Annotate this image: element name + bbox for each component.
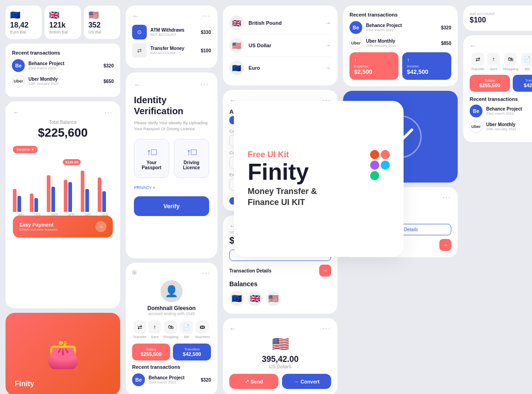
- gbp-amount: 121k: [49, 21, 76, 29]
- figma-dot-purple: [370, 161, 379, 170]
- col4-behance-info: Behance Project 23rd march 2021: [366, 23, 438, 32]
- right-tx-uber[interactable]: Uber Uber Monthly 10th January 2021 $650: [470, 120, 532, 133]
- income-badge[interactable]: Income ▾: [13, 146, 38, 153]
- profile-account: account ending with 1545: [132, 311, 211, 316]
- gbp-mini-card[interactable]: 🇬🇧 121k British Bal: [44, 6, 81, 39]
- right-uber-icon: Uber: [470, 120, 482, 133]
- balance-dots-btn[interactable]: ···: [105, 109, 113, 116]
- right-recent-tx-title: Recent transactions: [470, 96, 532, 102]
- atm-icon: ⊙: [132, 25, 147, 39]
- right-salary-label: Salary: [473, 78, 506, 83]
- send-button[interactable]: ↗ Send: [229, 374, 278, 389]
- identity-back-btn[interactable]: ←: [134, 81, 141, 89]
- us-dollar-item[interactable]: 🇺🇸 US Dollar →: [229, 34, 331, 57]
- expense-arrow-icon: ↑: [354, 57, 394, 63]
- british-pound-item[interactable]: 🇬🇧 British Pound →: [229, 12, 331, 34]
- promo-subtitle: Money Transfer &Finance UI KIT: [248, 186, 362, 208]
- profile-dots-btn[interactable]: ···: [202, 269, 211, 277]
- verify-button[interactable]: Verify: [134, 196, 209, 216]
- col4-tx-behance[interactable]: Be Behance Project 23rd march 2021 $320: [349, 21, 451, 34]
- chart-label-apr: APR: [64, 213, 79, 216]
- qa-sent[interactable]: ↑ Sent: [148, 321, 161, 339]
- privacy-link[interactable]: PRIVACY »: [134, 185, 209, 190]
- euro-mini-card[interactable]: 🇪🇺 18,42 Euro Bal: [6, 6, 42, 39]
- right-qa-transfer[interactable]: ⇄ Transfer: [471, 53, 485, 71]
- col4-uber-name: Uber Monthly: [366, 39, 438, 44]
- gbp-flag-box: 🇬🇧: [229, 16, 244, 30]
- qa-transfer[interactable]: ⇄ Transfer: [133, 321, 147, 339]
- income-box: ↑ Income $42,500: [402, 52, 451, 80]
- right-tx-behance[interactable]: Be Behance Project 23rd march 2021 $320: [470, 105, 532, 117]
- convert-button[interactable]: → Convert: [282, 374, 331, 389]
- send-convert-row: ↗ Send → Convert: [229, 374, 331, 389]
- figma-dot-blue: [381, 161, 390, 170]
- balance-back-btn[interactable]: ←: [13, 109, 19, 116]
- profile-name: Domhnall Gleeson: [132, 305, 211, 311]
- usd-screen-back-btn[interactable]: ←: [229, 325, 237, 333]
- profile-recent-tx-title: Recent transactions: [132, 364, 211, 370]
- chart-label-may: MAY: [81, 213, 96, 216]
- tx-details-arrow-icon[interactable]: →: [319, 265, 331, 277]
- profile-tx-behance[interactable]: Be Behance Project 23rd march 2021 $320: [132, 373, 211, 386]
- top-mini-cards-row: 🇪🇺 18,42 Euro Bal 🇬🇧 121k British Bal 🇺🇸…: [6, 6, 120, 39]
- right-qa-sent[interactable]: ↑ Sent: [487, 53, 500, 71]
- transfers-amount: $42,500: [177, 351, 207, 357]
- usd-mini-card[interactable]: 🇺🇸 352 US Bal: [84, 6, 120, 39]
- transfer-account: INR ACCOUNT: [150, 51, 197, 55]
- usd-screen-dots-btn[interactable]: ···: [322, 325, 331, 333]
- balance-flags-row: 🇪🇺 🇬🇧 🇺🇸: [229, 291, 331, 307]
- total-amount: $225,600: [13, 126, 113, 140]
- quick-actions-row: ⇄ Transfer ↑ Sent 🛍 Shopping 📄 Bill 🎟: [132, 321, 211, 339]
- right-behance-info: Behance Project 23rd march 2021: [486, 106, 532, 116]
- behance-name-1: Behance Project: [28, 61, 100, 66]
- col4-uber-date: 10th January 2021: [366, 44, 438, 48]
- profile-card: ⊞ ··· 👤 Domhnall Gleeson account ending …: [126, 263, 217, 394]
- right-uber-info: Uber Monthly 10th January 2021: [486, 122, 532, 131]
- right-qa-shopping[interactable]: 🛍 Shopping: [503, 53, 518, 71]
- uber-info-1: Uber Monthly 10th January 2021: [28, 77, 100, 86]
- right-back-btn[interactable]: ←: [470, 42, 477, 50]
- right-shopping-label: Shopping: [503, 67, 518, 71]
- col4-recent-tx-title: Recent transactions: [349, 12, 451, 17]
- euro-amount: 18,42: [10, 21, 37, 29]
- col4-behance-name: Behance Project: [366, 23, 438, 28]
- vouchers-qa-label: Vouchers: [195, 335, 210, 339]
- transfer-row[interactable]: ⇄ Transfer Money INR ACCOUNT $100: [132, 43, 211, 58]
- salary-badge: Salary $255,500: [132, 344, 170, 361]
- income-badge-label: Income: [17, 147, 30, 152]
- chart-label-jan: JAN: [13, 213, 28, 216]
- income-arrow-icon: ↑: [407, 57, 447, 63]
- atm-dots-btn[interactable]: ···: [202, 12, 211, 20]
- usd-arrow-icon: →: [325, 42, 331, 49]
- easy-payment-banner[interactable]: Easy Payment Check out new features →: [13, 216, 113, 238]
- euro-item[interactable]: 🇪🇺 Euro →: [229, 57, 331, 79]
- qa-shopping[interactable]: 🛍 Shopping: [163, 321, 178, 339]
- atm-back-btn[interactable]: ←: [132, 12, 139, 20]
- tx-item-uber-1[interactable]: Uber Uber Monthly 10th January 2021 $650: [12, 75, 114, 88]
- right-sent-label: Sent: [487, 67, 500, 71]
- usd-flag-big: 🇺🇸: [272, 336, 289, 351]
- passport-option[interactable]: ↑□ Your Passport: [134, 139, 169, 178]
- right-qa-bill[interactable]: 📄 Bill: [521, 53, 532, 71]
- col4-balance-dots-btn[interactable]: ···: [443, 194, 451, 202]
- right-transfer-label: Transfer: [471, 67, 485, 71]
- identity-dots-btn[interactable]: ···: [200, 81, 209, 89]
- driving-licence-option[interactable]: ↑□ Driving Licence: [174, 139, 209, 178]
- driving-label: Driving Licence: [179, 160, 204, 170]
- qa-vouchers[interactable]: 🎟 Vouchers: [195, 321, 210, 339]
- shopping-qa-label: Shopping: [163, 335, 178, 339]
- add-card-back-btn[interactable]: ←: [229, 96, 237, 105]
- right-transfers-badge: Transfers $42,500: [513, 75, 532, 92]
- tx-item-behance-1[interactable]: Be Behance Project 23rd march 2021 $320: [12, 59, 114, 72]
- atm-withdraw-row[interactable]: ⊙ ATM Withdraws BDT ACCOUNT $330: [132, 25, 211, 39]
- convert-icon: →: [294, 379, 299, 384]
- qa-bill[interactable]: 📄 Bill: [180, 321, 193, 339]
- promo-title: Finity: [248, 161, 362, 183]
- profile-behance-date: 23rd march 2021: [149, 380, 197, 384]
- right-transfer-icon: ⇄: [471, 53, 484, 66]
- col4-tx-arrow-icon[interactable]: →: [439, 239, 451, 251]
- easy-payment-arrow-icon[interactable]: →: [95, 221, 106, 232]
- send-icon: ↗: [245, 378, 249, 384]
- col4-tx-uber[interactable]: Uber Uber Monthly 10th January 2021 $850: [349, 37, 451, 50]
- driving-upload-icon: ↑□: [179, 147, 204, 157]
